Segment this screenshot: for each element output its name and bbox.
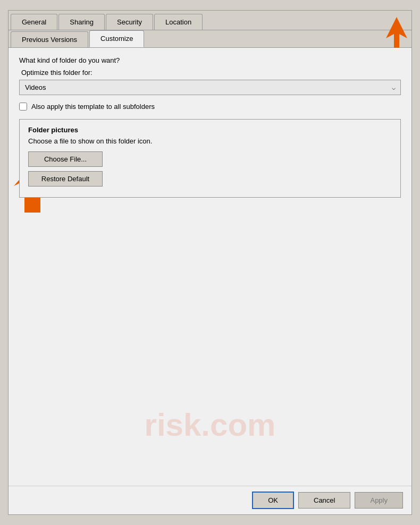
watermark-risk: risk.com bbox=[9, 407, 411, 443]
tabs-row-2: Previous Versions Customize bbox=[9, 30, 411, 48]
section-heading: What kind of folder do you want? bbox=[19, 56, 401, 64]
tab-location[interactable]: Location bbox=[154, 14, 203, 30]
subfolders-checkbox-row: Also apply this template to all subfolde… bbox=[19, 103, 401, 111]
tab-sharing[interactable]: Sharing bbox=[58, 14, 105, 30]
ok-button[interactable]: OK bbox=[252, 492, 294, 509]
optimize-dropdown[interactable]: General Items Documents Pictures Music V… bbox=[19, 80, 401, 95]
tab-general[interactable]: General bbox=[11, 14, 57, 30]
cancel-button[interactable]: Cancel bbox=[298, 492, 350, 509]
tab-customize[interactable]: Customize bbox=[89, 30, 144, 47]
folder-pictures-title: Folder pictures bbox=[28, 126, 392, 134]
tab-previous-versions[interactable]: Previous Versions bbox=[11, 31, 88, 47]
choose-file-button[interactable]: Choose File... bbox=[28, 151, 103, 167]
subfolders-checkbox[interactable] bbox=[19, 103, 27, 111]
tabs-row-1: General Sharing Security Location bbox=[9, 11, 411, 30]
tab-security[interactable]: Security bbox=[106, 14, 153, 30]
restore-default-button[interactable]: Restore Default bbox=[28, 171, 103, 187]
bottom-bar: OK Cancel Apply bbox=[9, 486, 411, 514]
optimize-label: Optimize this folder for: bbox=[21, 69, 401, 77]
optimize-dropdown-container: General Items Documents Pictures Music V… bbox=[19, 80, 401, 95]
subfolders-label: Also apply this template to all subfolde… bbox=[31, 103, 155, 111]
dialog-window: General Sharing Security Location Previo… bbox=[8, 10, 412, 515]
folder-pictures-section: Folder pictures Choose a file to show on… bbox=[19, 119, 401, 198]
apply-button[interactable]: Apply bbox=[355, 492, 403, 509]
folder-pictures-desc: Choose a file to show on this folder ico… bbox=[28, 137, 392, 145]
customize-content: OPC risk.com What kind of folder do you … bbox=[9, 48, 411, 486]
